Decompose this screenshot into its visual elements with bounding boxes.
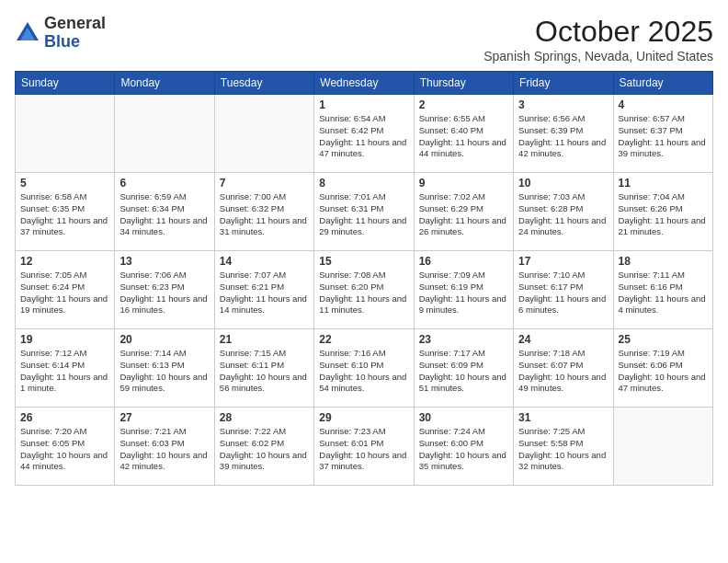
- cell-info: Sunrise: 7:07 AMSunset: 6:21 PMDaylight:…: [220, 270, 309, 316]
- cell-info: Sunrise: 7:15 AMSunset: 6:11 PMDaylight:…: [220, 348, 309, 395]
- sunrise-text: Sunrise: 7:25 AM: [518, 426, 608, 438]
- cell-info: Sunrise: 7:17 AMSunset: 6:09 PMDaylight:…: [419, 348, 508, 395]
- calendar-cell: 31Sunrise: 7:25 AMSunset: 5:58 PMDayligh…: [514, 408, 613, 486]
- daylight-text: Daylight: 11 hours and 37 minutes.: [20, 215, 109, 239]
- weekday-header: Saturday: [613, 72, 712, 95]
- day-number: 20: [119, 333, 209, 346]
- sunrise-text: Sunrise: 6:59 AM: [119, 191, 209, 203]
- day-number: 24: [518, 333, 608, 346]
- daylight-text: Daylight: 11 hours and 11 minutes.: [319, 293, 408, 317]
- sunrise-text: Sunrise: 7:08 AM: [319, 270, 408, 282]
- calendar-cell: 9Sunrise: 7:02 AMSunset: 6:29 PMDaylight…: [414, 173, 513, 251]
- calendar-cell: 5Sunrise: 6:58 AMSunset: 6:35 PMDaylight…: [16, 173, 115, 251]
- calendar-cell: 3Sunrise: 6:56 AMSunset: 6:39 PMDaylight…: [514, 95, 613, 173]
- day-number: 3: [518, 98, 608, 111]
- day-number: 13: [119, 255, 209, 268]
- sunrise-text: Sunrise: 7:01 AM: [319, 191, 408, 203]
- sunrise-text: Sunrise: 7:20 AM: [20, 426, 109, 438]
- cell-info: Sunrise: 7:18 AMSunset: 6:07 PMDaylight:…: [518, 348, 608, 395]
- sunrise-text: Sunrise: 7:15 AM: [220, 348, 309, 360]
- sunrise-text: Sunrise: 7:22 AM: [220, 426, 309, 438]
- daylight-text: Daylight: 11 hours and 42 minutes.: [518, 137, 608, 161]
- daylight-text: Daylight: 11 hours and 34 minutes.: [119, 215, 209, 239]
- logo-icon: [15, 20, 40, 46]
- sunset-text: Sunset: 6:32 PM: [220, 203, 309, 215]
- cell-info: Sunrise: 6:58 AMSunset: 6:35 PMDaylight:…: [20, 191, 109, 238]
- day-number: 23: [419, 333, 508, 346]
- calendar-cell: 27Sunrise: 7:21 AMSunset: 6:03 PMDayligh…: [115, 408, 214, 486]
- day-number: 26: [20, 411, 109, 424]
- calendar-cell: 23Sunrise: 7:17 AMSunset: 6:09 PMDayligh…: [414, 329, 513, 408]
- day-number: 31: [518, 411, 608, 424]
- calendar-cell: 7Sunrise: 7:00 AMSunset: 6:32 PMDaylight…: [214, 173, 313, 251]
- calendar-cell: 20Sunrise: 7:14 AMSunset: 6:13 PMDayligh…: [115, 329, 214, 408]
- day-number: 7: [220, 177, 309, 190]
- cell-info: Sunrise: 7:00 AMSunset: 6:32 PMDaylight:…: [220, 191, 309, 238]
- calendar-cell: 13Sunrise: 7:06 AMSunset: 6:23 PMDayligh…: [115, 251, 214, 329]
- sunrise-text: Sunrise: 7:19 AM: [619, 348, 708, 360]
- daylight-text: Daylight: 11 hours and 44 minutes.: [419, 137, 508, 161]
- calendar-cell: 1Sunrise: 6:54 AMSunset: 6:42 PMDaylight…: [314, 95, 414, 173]
- day-number: 12: [20, 255, 109, 268]
- calendar-cell: 18Sunrise: 7:11 AMSunset: 6:16 PMDayligh…: [613, 251, 712, 329]
- daylight-text: Daylight: 10 hours and 59 minutes.: [119, 372, 209, 396]
- sunset-text: Sunset: 6:21 PM: [220, 282, 309, 293]
- day-number: 29: [319, 411, 408, 424]
- sunrise-text: Sunrise: 7:00 AM: [220, 191, 309, 203]
- sunset-text: Sunset: 6:34 PM: [119, 203, 209, 215]
- sunset-text: Sunset: 6:01 PM: [319, 438, 408, 450]
- sunrise-text: Sunrise: 6:54 AM: [319, 113, 408, 125]
- cell-info: Sunrise: 6:55 AMSunset: 6:40 PMDaylight:…: [419, 113, 508, 160]
- cell-info: Sunrise: 7:14 AMSunset: 6:13 PMDaylight:…: [119, 348, 209, 395]
- weekday-header: Thursday: [414, 72, 513, 95]
- calendar-cell: 11Sunrise: 7:04 AMSunset: 6:26 PMDayligh…: [613, 173, 712, 251]
- daylight-text: Daylight: 10 hours and 42 minutes.: [119, 450, 209, 474]
- cell-info: Sunrise: 6:56 AMSunset: 6:39 PMDaylight:…: [518, 113, 608, 160]
- day-number: 17: [518, 255, 608, 268]
- sunset-text: Sunset: 6:19 PM: [419, 282, 508, 293]
- calendar-cell: 2Sunrise: 6:55 AMSunset: 6:40 PMDaylight…: [414, 95, 513, 173]
- calendar-cell: 15Sunrise: 7:08 AMSunset: 6:20 PMDayligh…: [314, 251, 414, 329]
- sunrise-text: Sunrise: 7:06 AM: [119, 270, 209, 282]
- weekday-header: Monday: [115, 72, 214, 95]
- sunrise-text: Sunrise: 7:21 AM: [119, 426, 209, 438]
- calendar-header-row: SundayMondayTuesdayWednesdayThursdayFrid…: [16, 72, 713, 95]
- sunset-text: Sunset: 6:17 PM: [518, 282, 608, 293]
- cell-info: Sunrise: 7:19 AMSunset: 6:06 PMDaylight:…: [619, 348, 708, 395]
- day-number: 25: [619, 333, 708, 346]
- calendar-cell: 24Sunrise: 7:18 AMSunset: 6:07 PMDayligh…: [514, 329, 613, 408]
- calendar-cell: 21Sunrise: 7:15 AMSunset: 6:11 PMDayligh…: [214, 329, 313, 408]
- day-number: 6: [119, 177, 209, 190]
- daylight-text: Daylight: 11 hours and 26 minutes.: [419, 215, 508, 239]
- cell-info: Sunrise: 7:08 AMSunset: 6:20 PMDaylight:…: [319, 270, 408, 316]
- title-area: October 2025 Spanish Springs, Nevada, Un…: [483, 15, 713, 63]
- calendar-cell: 29Sunrise: 7:23 AMSunset: 6:01 PMDayligh…: [314, 408, 414, 486]
- sunrise-text: Sunrise: 7:18 AM: [518, 348, 608, 360]
- cell-info: Sunrise: 7:11 AMSunset: 6:16 PMDaylight:…: [619, 270, 708, 316]
- cell-info: Sunrise: 7:05 AMSunset: 6:24 PMDaylight:…: [20, 270, 109, 316]
- sunset-text: Sunset: 6:26 PM: [619, 203, 708, 215]
- day-number: 22: [319, 333, 408, 346]
- weekday-header: Tuesday: [214, 72, 313, 95]
- daylight-text: Daylight: 11 hours and 6 minutes.: [518, 293, 608, 317]
- sunrise-text: Sunrise: 7:10 AM: [518, 270, 608, 282]
- daylight-text: Daylight: 11 hours and 24 minutes.: [518, 215, 608, 239]
- daylight-text: Daylight: 10 hours and 56 minutes.: [220, 372, 309, 396]
- calendar-week-row: 26Sunrise: 7:20 AMSunset: 6:05 PMDayligh…: [16, 408, 713, 486]
- sunrise-text: Sunrise: 7:16 AM: [319, 348, 408, 360]
- sunset-text: Sunset: 6:10 PM: [319, 360, 408, 372]
- sunset-text: Sunset: 6:24 PM: [20, 282, 109, 293]
- cell-info: Sunrise: 7:04 AMSunset: 6:26 PMDaylight:…: [619, 191, 708, 238]
- sunset-text: Sunset: 5:58 PM: [518, 438, 608, 450]
- calendar-cell: 6Sunrise: 6:59 AMSunset: 6:34 PMDaylight…: [115, 173, 214, 251]
- calendar-cell: 16Sunrise: 7:09 AMSunset: 6:19 PMDayligh…: [414, 251, 513, 329]
- daylight-text: Daylight: 11 hours and 19 minutes.: [20, 293, 109, 317]
- sunrise-text: Sunrise: 7:24 AM: [419, 426, 508, 438]
- logo-text: General Blue: [44, 15, 106, 52]
- day-number: 1: [319, 98, 408, 111]
- daylight-text: Daylight: 11 hours and 31 minutes.: [220, 215, 309, 239]
- daylight-text: Daylight: 10 hours and 44 minutes.: [20, 450, 109, 474]
- calendar-cell: 8Sunrise: 7:01 AMSunset: 6:31 PMDaylight…: [314, 173, 414, 251]
- sunset-text: Sunset: 6:11 PM: [220, 360, 309, 372]
- calendar-cell: [613, 408, 712, 486]
